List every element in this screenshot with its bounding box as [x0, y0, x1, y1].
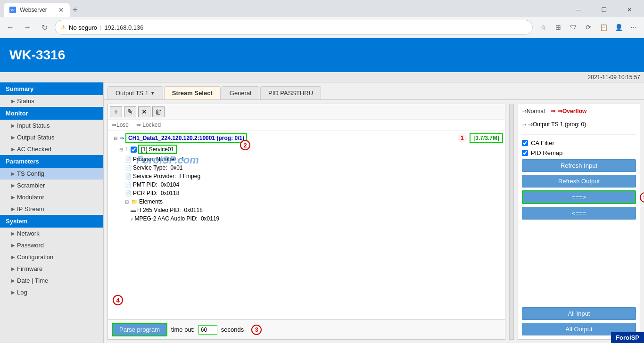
sidebar-item-configuration[interactable]: ▶ Configuration	[0, 251, 103, 263]
doc-icon: 📄	[125, 173, 132, 180]
pmt-pid-row: 📄 PMT PID: 0x0104	[110, 180, 503, 189]
sidebar-item-modulator[interactable]: ▶ Modulator	[0, 191, 103, 203]
folder-icon: 📁	[131, 199, 138, 205]
all-input-button[interactable]: All Input	[522, 307, 636, 320]
minimize-button[interactable]: —	[568, 3, 589, 17]
refresh-icon[interactable]: ⟳	[582, 21, 595, 34]
back-button[interactable]: ←	[4, 21, 17, 34]
sidebar-item-ip-stream[interactable]: ▶ IP Stream	[0, 203, 103, 215]
sidebar-item-label: Firmware	[17, 265, 42, 272]
provider-val: FFmpeg	[179, 173, 200, 180]
tab-close-button[interactable]: ✕	[58, 6, 64, 14]
close-button[interactable]: ✕	[619, 3, 640, 17]
panels-area: + ✎ ✕ 🗑 ⇒Lose ⇒ Locked ⊟ ⇒	[104, 100, 644, 343]
datetime-display: 2021-11-09 10:15:57	[588, 74, 640, 81]
overflow-indicator: ⇒ ⇒Overflow	[551, 108, 587, 114]
new-tab-button[interactable]: +	[73, 5, 78, 15]
provider-label: Service Provider:	[133, 173, 176, 180]
annotation-3: 3	[251, 325, 262, 335]
service-row[interactable]: ⊟ 1 [1] Service01	[110, 144, 503, 155]
pcr-val: 0x0118	[161, 190, 179, 196]
browser-tab[interactable]: W Webserver ✕	[4, 3, 70, 17]
security-warning-icon: ⚠	[61, 24, 66, 31]
ca-filter-row: CA Filter	[522, 139, 636, 147]
sidebar: Summary ▶ Status Monitor ▶ Input Status …	[0, 82, 104, 343]
tab-favicon: W	[9, 7, 16, 13]
content-area: Output TS 1 ▼ Stream Select General PID …	[104, 82, 644, 343]
sidebar-item-ts-config[interactable]: ▶ TS Config	[0, 168, 103, 180]
arrow-icon: ▶	[11, 254, 15, 260]
pcr-pid-row: 📄 PCR PID: 0x0118	[110, 189, 503, 197]
arrow-icon: ▶	[11, 98, 15, 104]
favorites-icon[interactable]: ☆	[537, 21, 550, 34]
edit-button[interactable]: ✎	[124, 106, 136, 117]
add-button[interactable]: +	[110, 106, 122, 117]
pid-remap-checkbox[interactable]	[522, 150, 528, 156]
tab-label: General	[230, 90, 251, 97]
delete-bin-button[interactable]: 🗑	[152, 106, 165, 117]
ca-filter-checkbox[interactable]	[522, 140, 528, 146]
shield-icon[interactable]: 🛡	[567, 21, 580, 34]
sidebar-item-firmware[interactable]: ▶ Firmware	[0, 263, 103, 275]
sidebar-item-ac-checked[interactable]: ▶ AC Checked	[0, 143, 103, 155]
annotation-1: 1	[457, 133, 467, 143]
address-bar: ← → ↻ ⚠ No seguro | 192.168.0.136 ☆ ⊞ 🛡 …	[0, 17, 644, 38]
sidebar-item-password[interactable]: ▶ Password	[0, 239, 103, 251]
sidebar-item-label: Output Status	[17, 134, 55, 141]
arrow-right-icon: ⇒	[120, 135, 124, 141]
tab-pid-passthru[interactable]: PID PASSTHRU	[260, 86, 321, 99]
tab-stream-select[interactable]: Stream Select	[164, 86, 221, 99]
panel-scrollbar	[509, 104, 514, 340]
window-controls: — ❐ ✕	[568, 3, 640, 17]
arrow-icon: ▶	[11, 123, 15, 128]
channel-row[interactable]: ⊟ ⇒ CH1_Data1_224.120.120.2:10001 (prog:…	[110, 132, 503, 144]
maximize-button[interactable]: ❐	[593, 3, 615, 17]
forward-button[interactable]: →	[21, 21, 34, 34]
delete-x-button[interactable]: ✕	[138, 106, 150, 117]
address-input-wrap[interactable]: ⚠ No seguro | 192.168.0.136	[55, 20, 533, 35]
elements-row[interactable]: ⊟ 📁 Elements	[110, 197, 503, 206]
spacer	[522, 222, 636, 304]
sidebar-item-log[interactable]: ▶ Log	[0, 286, 103, 298]
reading-list-icon[interactable]: 📋	[597, 21, 610, 34]
profile-icon[interactable]: 👤	[612, 21, 625, 34]
arrow-left-button[interactable]: <===	[522, 207, 636, 220]
arrow-icon: ▶	[11, 231, 15, 236]
sidebar-section-system: System	[0, 215, 103, 228]
video-val: 0x0118	[184, 207, 203, 213]
extensions-icon[interactable]: ⊞	[552, 21, 565, 34]
sidebar-item-label: TS Config	[17, 170, 44, 177]
sidebar-item-date-time[interactable]: ▶ Date | Time	[0, 275, 103, 286]
tab-general[interactable]: General	[222, 86, 259, 99]
menu-icon[interactable]: ⋯	[627, 21, 640, 34]
service-type-label: Service Type:	[133, 164, 167, 171]
output-label: ⇒Output TS 1 (prog: 0)	[528, 121, 586, 128]
status-bar: 2021-11-09 10:15:57	[0, 72, 644, 82]
arrow-icon: ▶	[11, 278, 15, 283]
sidebar-item-output-status[interactable]: ▶ Output Status	[0, 131, 103, 143]
service-provider-row: 📄 Service Provider: FFmpeg	[110, 172, 503, 180]
refresh-input-button[interactable]: Refresh Input	[522, 159, 636, 172]
address-separator: |	[100, 24, 101, 31]
sidebar-item-scrambler[interactable]: ▶ Scrambler	[0, 180, 103, 191]
ca-filter-label: CA Filter	[531, 139, 554, 147]
tree-area: ⊟ ⇒ CH1_Data1_224.120.120.2:10001 (prog:…	[108, 131, 505, 319]
sidebar-item-network[interactable]: ▶ Network	[0, 228, 103, 239]
divider	[522, 134, 636, 135]
pmt-label: PMT PID:	[133, 181, 157, 188]
sidebar-item-input-status[interactable]: ▶ Input Status	[0, 120, 103, 131]
refresh-output-button[interactable]: Refresh Output	[522, 175, 636, 188]
dropdown-arrow-icon: ▼	[150, 90, 155, 96]
sidebar-item-status[interactable]: ▶ Status	[0, 95, 103, 107]
arrow-icon: ▶	[11, 290, 15, 295]
reload-button[interactable]: ↻	[38, 21, 51, 34]
arrow-right-button[interactable]: ===>	[522, 190, 636, 204]
service-checkbox[interactable]	[131, 147, 137, 153]
locked-indicator: ⇒ Locked	[136, 122, 161, 128]
tab-output-ts1[interactable]: Output TS 1 ▼	[107, 86, 163, 99]
timeout-label: time out:	[171, 326, 195, 333]
audio-label: MPEG-2 AAC Audio PID:	[135, 215, 198, 222]
parse-program-button[interactable]: Parse program	[112, 323, 167, 336]
sidebar-item-label: Input Status	[17, 122, 50, 129]
timeout-input[interactable]	[198, 325, 217, 335]
